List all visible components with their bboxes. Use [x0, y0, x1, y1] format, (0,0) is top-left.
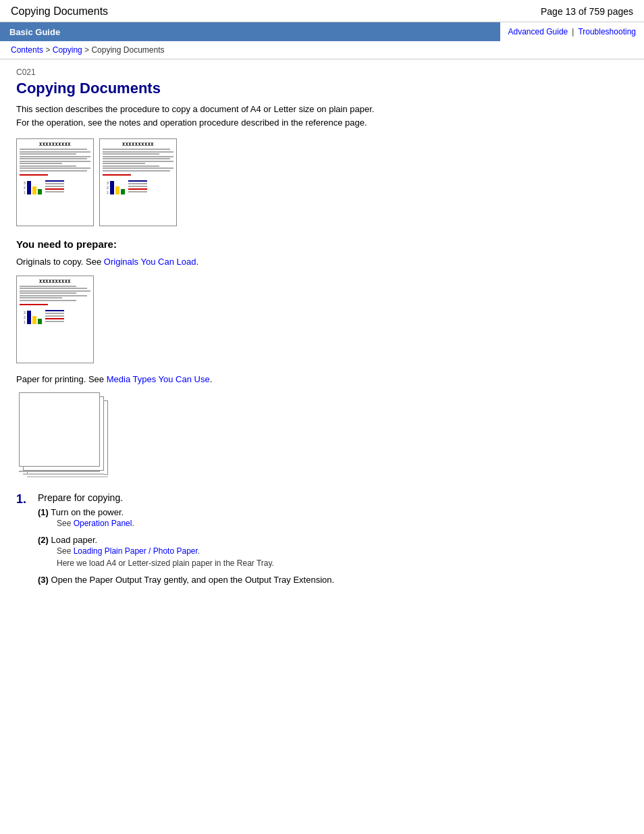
page-info: Page 13 of 759 pages	[541, 6, 633, 17]
prepare-paper-text: Paper for printing. See Media Types You …	[16, 373, 628, 386]
steps-list: 1. Prepare for copying. (1) Turn on the …	[16, 492, 628, 592]
nav-right: Advanced Guide | Troubleshooting	[500, 22, 644, 41]
troubleshooting-link[interactable]: Troubleshooting	[575, 27, 639, 36]
doc-image-1: XXXXXXXXXX 3 2 1	[16, 138, 94, 226]
single-doc-image: XXXXXXXXXX 3 2 1	[16, 276, 94, 363]
page-title: Copying Documents	[11, 5, 108, 18]
breadcrumb-copying[interactable]: Copying	[53, 45, 82, 55]
doc-image-2: XXXXXXXXXX 3 2 1	[99, 138, 177, 226]
substep-3: (3) Open the Paper Output Tray gently, a…	[38, 575, 628, 585]
paper-stack-image	[16, 392, 104, 480]
doc-images-pair: XXXXXXXXXX 3 2 1	[16, 138, 628, 226]
nav-separator: |	[570, 27, 575, 36]
step-1-number: 1.	[16, 492, 31, 506]
substep-1: (1) Turn on the power. See Operation Pan…	[38, 507, 628, 528]
page-code: C021	[16, 68, 628, 77]
media-types-link[interactable]: Media Types You Can Use	[107, 374, 210, 384]
originals-link[interactable]: Originals You Can Load	[104, 257, 196, 267]
advanced-guide-link[interactable]: Advanced Guide	[506, 27, 571, 36]
prepare-originals-text: Originals to copy. See Originals You Can…	[16, 255, 628, 269]
breadcrumb-current: Copying Documents	[91, 45, 164, 55]
section-desc: This section describes the procedure to …	[16, 103, 628, 129]
breadcrumb: Contents > Copying > Copying Documents	[0, 41, 644, 59]
operation-panel-link[interactable]: Operation Panel	[74, 519, 132, 528]
breadcrumb-contents[interactable]: Contents	[11, 45, 43, 55]
main-content: C021 Copying Documents This section desc…	[0, 59, 644, 620]
section-title: Copying Documents	[16, 80, 628, 97]
prepare-heading: You need to prepare:	[16, 238, 628, 250]
substep-2: (2) Load paper. See Loading Plain Paper …	[38, 535, 628, 568]
loading-paper-link[interactable]: Loading Plain Paper / Photo Paper	[74, 546, 198, 556]
step-1: 1. Prepare for copying. (1) Turn on the …	[16, 492, 628, 592]
basic-guide-tab[interactable]: Basic Guide	[0, 22, 70, 41]
page-header: Copying Documents Page 13 of 759 pages	[0, 0, 644, 22]
nav-bar: Basic Guide Advanced Guide | Troubleshoo…	[0, 22, 644, 41]
step-1-content: Prepare for copying. (1) Turn on the pow…	[38, 492, 628, 592]
substep-2-note: Here we load A4 or Letter-sized plain pa…	[38, 558, 628, 568]
step-1-title: Prepare for copying.	[38, 492, 628, 503]
